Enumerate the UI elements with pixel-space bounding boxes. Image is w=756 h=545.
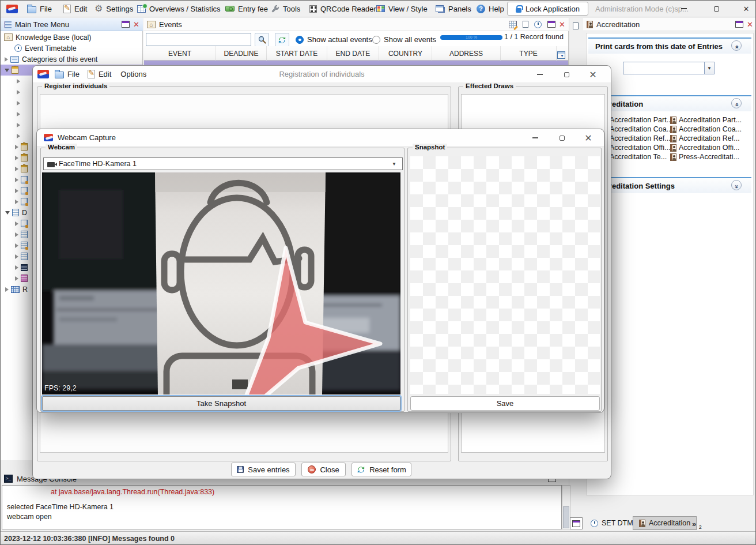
accreditation-item[interactable]: Accreditation Part... [670, 116, 753, 124]
reset-form-button[interactable]: Reset form [351, 463, 411, 476]
window-close-button[interactable]: ✕ [738, 3, 754, 14]
menu-qrcode-reader[interactable]: QRCode Reader [307, 1, 379, 17]
close-button[interactable]: Close [301, 463, 346, 476]
lock-application-button[interactable]: Lock Application [507, 2, 588, 16]
expand-arrow-icon[interactable] [17, 101, 20, 106]
radio-show-actual-events[interactable]: Show actual events [296, 35, 372, 44]
print-date-combobox[interactable] [623, 62, 705, 74]
collapse-section-button[interactable]: » [731, 98, 742, 108]
events-search-input[interactable] [146, 33, 251, 46]
events-panel-header[interactable]: ⌂ Events ✕ [143, 18, 569, 31]
expand-arrow-icon[interactable] [15, 189, 18, 193]
expand-arrow-icon[interactable] [15, 243, 18, 248]
dialog-close-button[interactable]: ✕ [584, 69, 602, 80]
dialog-minimize-button[interactable] [527, 132, 544, 144]
expand-arrow-icon[interactable] [15, 200, 18, 204]
accreditation-item[interactable]: Accreditation Offi... [670, 144, 753, 152]
dialog-menu-edit[interactable]: ✎Edit [85, 66, 114, 83]
tree-item-knowledge-base[interactable]: ⌂ Knowledge Base (local) [1, 32, 143, 43]
expand-arrow-icon[interactable] [15, 178, 18, 182]
expand-arrow-icon[interactable] [5, 57, 8, 62]
take-snapshot-button[interactable]: Take Snapshot [42, 396, 400, 411]
table-settings-icon[interactable]: ▼ [557, 51, 565, 59]
dialog-minimize-button[interactable] [531, 69, 549, 80]
window-maximize-button[interactable] [708, 3, 724, 14]
close-icon[interactable]: ✕ [559, 21, 565, 28]
collapse-arrow-icon[interactable] [5, 69, 9, 72]
close-icon[interactable]: ✕ [747, 21, 753, 28]
dialog-menu-file[interactable]: File [52, 66, 82, 83]
expand-arrow-icon[interactable] [17, 90, 20, 95]
expand-arrow-icon[interactable] [15, 232, 18, 237]
more-tabs-button[interactable]: » 2 [692, 518, 702, 529]
menu-edit[interactable]: ✎Edit [61, 1, 89, 17]
expand-arrow-icon[interactable] [15, 254, 18, 259]
pages-icon[interactable] [573, 22, 579, 29]
radio-show-all-events[interactable]: Show all events [372, 35, 436, 44]
column-header[interactable]: DEADLINE [216, 46, 267, 61]
expand-arrow-icon[interactable] [15, 265, 18, 270]
combobox-dropdown-button[interactable]: ▼ [704, 62, 715, 74]
dialog-maximize-button[interactable] [553, 132, 570, 144]
column-header[interactable]: ADDRESS [432, 46, 501, 61]
radio-selected-icon[interactable] [296, 36, 304, 44]
clock-icon[interactable] [534, 21, 542, 28]
edit-table-icon[interactable] [509, 21, 517, 28]
restore-window-icon[interactable] [547, 21, 555, 28]
accreditation-item[interactable]: Press-Accreditati... [670, 153, 753, 161]
accreditation-item[interactable]: Accreditation Ref... [670, 134, 753, 142]
expand-arrow-icon[interactable] [17, 134, 20, 138]
dialog-menu-options[interactable]: Options [117, 66, 150, 83]
dialog-close-button[interactable]: ✕ [580, 132, 597, 144]
expand-arrow-icon[interactable] [15, 167, 18, 171]
radio-unselected-icon[interactable] [372, 36, 380, 44]
expand-arrow-icon[interactable] [15, 145, 18, 149]
collapse-arrow-icon[interactable] [5, 211, 10, 215]
registration-dialog-titlebar[interactable]: File ✎Edit Options Registration of indiv… [33, 66, 611, 83]
window-minimize-button[interactable] [676, 3, 692, 14]
console-scrollbar[interactable] [562, 485, 570, 529]
main-tree-menu-header[interactable]: Main Tree Menu ✕ [1, 18, 143, 31]
menu-help[interactable]: ?Help [474, 1, 506, 17]
expand-section-button[interactable]: » [731, 180, 742, 190]
search-button[interactable] [255, 33, 269, 47]
column-header[interactable]: START DATE [267, 46, 327, 61]
restore-window-icon[interactable] [122, 21, 130, 28]
expand-arrow-icon[interactable] [15, 156, 18, 160]
restore-panel-button[interactable] [570, 517, 583, 529]
menu-view-style[interactable]: View / Style [374, 1, 430, 17]
expand-arrow-icon[interactable] [15, 276, 18, 281]
accreditation-item[interactable]: Accreditation Coa... [670, 125, 753, 133]
expand-arrow-icon[interactable] [17, 79, 20, 84]
menu-file[interactable]: File [25, 1, 54, 17]
column-header[interactable]: COUNTRY [379, 46, 432, 61]
save-entries-button[interactable]: Save entries [231, 463, 296, 476]
tree-item-event-timetable[interactable]: Event Timetable [1, 43, 143, 54]
menu-entry-fee[interactable]: Entry fee [223, 1, 270, 17]
tree-item-categories[interactable]: Categories of this event [1, 54, 143, 65]
collapse-section-button[interactable]: » [731, 40, 742, 51]
accreditation-panel-header[interactable]: Accreditation ✕ [583, 18, 756, 31]
save-snapshot-button[interactable]: Save [410, 396, 600, 411]
expand-arrow-icon[interactable] [17, 112, 20, 116]
close-icon[interactable]: ✕ [133, 21, 139, 28]
webcam-dialog-titlebar[interactable]: Webcam Capture ✕ [37, 129, 604, 146]
expand-arrow-icon[interactable] [17, 123, 20, 127]
copy-icon[interactable] [523, 21, 528, 28]
column-header[interactable]: EVENT [144, 46, 216, 61]
menu-overviews-statistics[interactable]: Overviews / Statistics [135, 1, 223, 17]
dialog-maximize-button[interactable] [558, 69, 575, 80]
menu-settings[interactable]: ⚙Settings [92, 1, 135, 17]
column-header[interactable]: END DATE [327, 46, 379, 61]
tab-set-dtm[interactable]: SET DTM [585, 516, 639, 530]
restore-window-icon[interactable] [735, 21, 743, 28]
camera-select[interactable]: FaceTime HD-Kamera 1 ▼ [43, 157, 403, 170]
message-console-body[interactable]: at java.base/java.lang.Thread.run(Thread… [2, 485, 562, 529]
expand-arrow-icon[interactable] [5, 287, 9, 292]
menu-panels[interactable]: Panels [433, 1, 474, 17]
column-header[interactable]: TYPE [501, 46, 557, 61]
scrollbar-thumb[interactable] [563, 506, 569, 528]
menu-tools[interactable]: Tools [269, 1, 303, 17]
refresh-events-button[interactable] [275, 33, 289, 47]
expand-arrow-icon[interactable] [15, 221, 18, 226]
